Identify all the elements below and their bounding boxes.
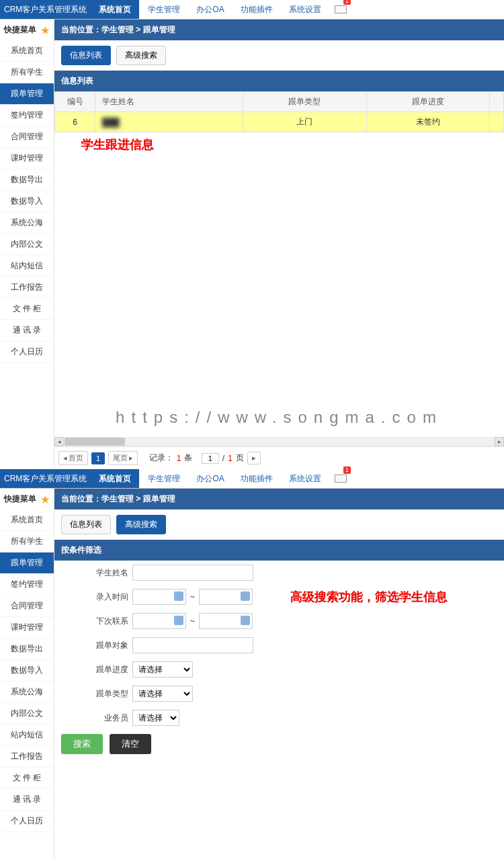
sb2-pool[interactable]: 系统公海 [0,682,54,703]
scroll-left-icon[interactable]: ◂ [54,437,64,446]
topnav-2: 系统首页 学生管理 办公OA 功能插件 系统设置 [91,469,329,488]
topnav-tab-student[interactable]: 学生管理 [140,0,188,19]
sidebar-item-all-students[interactable]: 所有学生 [0,62,54,83]
tab-info-list[interactable]: 信息列表 [61,46,111,65]
topnav-tab-home[interactable]: 系统首页 [91,0,140,19]
sidebar-item-report[interactable]: 工作报告 [0,277,54,298]
sidebar-2: 快捷菜单 ★ 系统首页 所有学生 跟单管理 签约管理 合同管理 课时管理 数据导… [0,489,54,861]
sb2-docs[interactable]: 内部公文 [0,703,54,725]
mail-icon [335,5,347,13]
info-table: 编号 学生姓名 跟单类型 跟单进度 6 ███ 上门 未签约 [54,91,504,132]
tab2-info-list[interactable]: 信息列表 [61,515,111,534]
cell-extra [490,112,504,132]
input-next-to[interactable] [199,613,253,629]
scroll-thumb[interactable] [65,438,125,446]
page-total: 1 [228,454,233,463]
topbar: CRM客户关系管理系统 系统首页 学生管理 办公OA 功能插件 系统设置 1 [0,0,504,19]
h-scrollbar[interactable]: ◂ ▸ [54,437,504,446]
sb2-lesson[interactable]: 课时管理 [0,617,54,639]
sb2-export[interactable]: 数据导出 [0,639,54,660]
pager-page-1[interactable]: 1 [91,452,105,464]
sb2-sign[interactable]: 签约管理 [0,574,54,596]
topnav-tab-settings[interactable]: 系统设置 [281,0,329,19]
topnav-tab-oa[interactable]: 办公OA [188,0,232,19]
sidebar-item-cabinet[interactable]: 文 件 柜 [0,298,54,320]
select-agent[interactable]: 请选择 [132,710,179,726]
sb2-home[interactable]: 系统首页 [0,509,54,531]
sidebar-item-sign[interactable]: 签约管理 [0,105,54,126]
sidebar-item-sms[interactable]: 站内短信 [0,255,54,277]
range-sep-1: ~ [190,592,195,602]
content-tabs: 信息列表 高级搜索 [54,40,504,71]
topnav2-tab-oa[interactable]: 办公OA [188,469,232,488]
sidebar-item-home[interactable]: 系统首页 [0,40,54,62]
pager-first[interactable]: ◂ 首页 [58,451,88,465]
table-row[interactable]: 6 ███ 上门 未签约 [55,112,504,132]
sb2-all-students[interactable]: 所有学生 [0,531,54,552]
student-name-blurred: ███ [102,118,120,127]
sidebar-title: 快捷菜单 [4,24,36,36]
breadcrumb-prefix: 当前位置： [61,25,101,34]
brand: CRM客户关系管理系统 [0,0,91,19]
brand-2: CRM客户关系管理系统 [0,469,91,488]
row-type: 跟单类型 请选择 [54,682,504,706]
sb2-import[interactable]: 数据导入 [0,660,54,682]
input-target[interactable] [132,637,253,653]
page-unit: 页 [236,452,244,464]
cell-no: 6 [55,112,95,132]
mail-button[interactable]: 1 [335,0,347,19]
tab2-advanced-search[interactable]: 高级搜索 [116,515,166,534]
sidebar-item-docs[interactable]: 内部公文 [0,234,54,255]
select-progress[interactable]: 请选择 [132,661,193,678]
pager-go[interactable]: ▸ [247,452,261,464]
record-label: 记录： [149,452,173,464]
row-name: 学生姓名 [54,561,504,585]
sidebar-item-export[interactable]: 数据导出 [0,169,54,191]
sidebar-item-contacts[interactable]: 通 讯 录 [0,320,54,341]
topnav2-tab-home[interactable]: 系统首页 [91,469,140,488]
sb2-cabinet[interactable]: 文 件 柜 [0,768,54,789]
label-progress: 跟单进度 [61,664,128,675]
label-entry: 录入时间 [61,591,128,603]
page-input[interactable] [202,453,219,464]
sidebar-item-calendar[interactable]: 个人日历 [0,341,54,363]
select-type[interactable]: 请选择 [132,686,193,702]
topnav2-tab-settings[interactable]: 系统设置 [281,469,329,488]
sb2-contacts[interactable]: 通 讯 录 [0,789,54,811]
sidebar-item-pool[interactable]: 系统公海 [0,212,54,234]
label-next: 下次联系 [61,616,128,627]
label-type: 跟单类型 [61,688,128,700]
th-type: 跟单类型 [243,92,367,112]
topnav-tab-plugin[interactable]: 功能插件 [233,0,281,19]
star-icon-2[interactable]: ★ [41,494,50,505]
sidebar-item-follow[interactable]: 跟单管理 [0,83,54,105]
sidebar-item-import[interactable]: 数据导入 [0,191,54,212]
sidebar-header: 快捷菜单 ★ [0,19,54,40]
pager-last[interactable]: 尾页 ▸ [108,451,138,465]
search-button[interactable]: 搜索 [61,734,103,754]
input-entry-from[interactable] [132,589,186,605]
topnav2-tab-plugin[interactable]: 功能插件 [233,469,281,488]
tab-advanced-search[interactable]: 高级搜索 [116,46,166,65]
sb2-report[interactable]: 工作报告 [0,746,54,768]
sb2-follow[interactable]: 跟单管理 [0,552,54,574]
input-next-from[interactable] [132,613,186,629]
th-name: 学生姓名 [95,92,243,112]
range-sep-2: ~ [190,616,195,626]
input-entry-to[interactable] [199,589,253,605]
cell-progress: 未签约 [366,112,490,132]
sb2-contract[interactable]: 合同管理 [0,596,54,617]
panel-title-2: 按条件筛选 [54,540,504,561]
mail-button-2[interactable]: 1 [335,469,347,488]
clear-button[interactable]: 清空 [110,734,151,754]
scroll-right-icon[interactable]: ▸ [495,437,504,446]
th-extra [490,92,504,112]
input-student-name[interactable] [132,565,253,581]
annotation-1: 学生跟进信息 [54,132,504,153]
sb2-sms[interactable]: 站内短信 [0,725,54,746]
star-icon[interactable]: ★ [41,25,50,36]
sidebar-item-lesson[interactable]: 课时管理 [0,148,54,169]
sb2-calendar[interactable]: 个人日历 [0,811,54,832]
topnav2-tab-student[interactable]: 学生管理 [140,469,188,488]
sidebar-item-contract[interactable]: 合同管理 [0,126,54,148]
